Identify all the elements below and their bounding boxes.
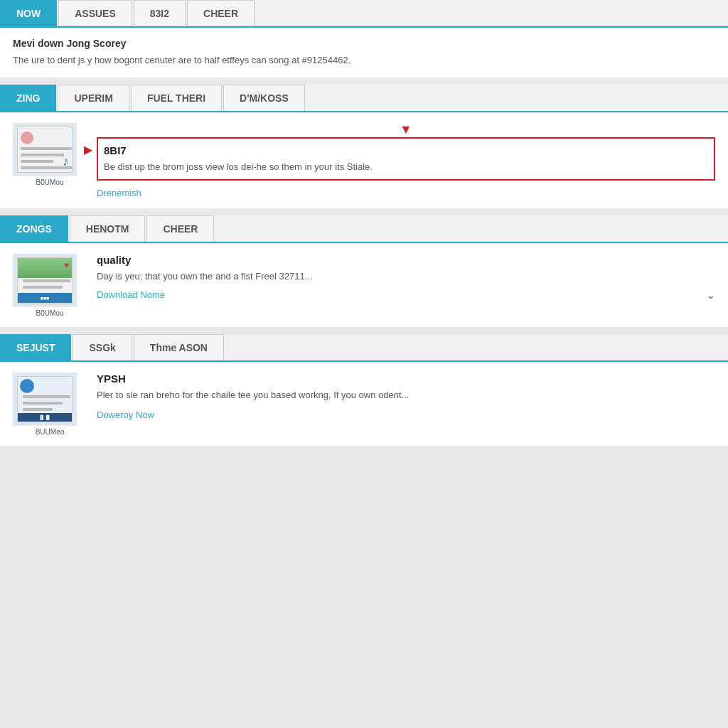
card4-bottom-bar: ▐▌▐▌: [18, 413, 72, 422]
card4-circle: [20, 379, 34, 393]
section1-content: Mevi down Jong Scorey The ure to dent js…: [0, 28, 728, 77]
music-icon: ♪: [63, 154, 69, 169]
card2-link[interactable]: Drenemish: [97, 188, 715, 198]
card2-thumbnail: ♪: [13, 123, 77, 176]
tab-bar-2: ZING UPERIM FUEL THERI D'M/KOSS: [0, 85, 728, 112]
card3-bar-text: ■■■: [41, 296, 50, 301]
tab-uperim[interactable]: UPERIM: [58, 85, 129, 111]
doc-line: [23, 286, 63, 289]
tab-83i2[interactable]: 83I2: [134, 0, 186, 26]
card3-body: quality Day is yeu; that you own the and…: [97, 254, 715, 301]
card2-thumb-accent: [21, 132, 33, 144]
card2-thumb-wrap: ♪ B0UMou: [13, 123, 87, 186]
tab-sejust[interactable]: SEJUST: [0, 334, 71, 360]
tab-now[interactable]: NOW: [0, 0, 57, 26]
tab-bar-4: SEJUST SSGk Thme ASON: [0, 334, 728, 362]
red-arrow-right: ▶: [84, 143, 92, 156]
doc-line: [21, 160, 53, 163]
card2-body: ▼ ▶ 8BI7 Be dist up the brom joss view l…: [97, 123, 715, 199]
card4-link[interactable]: Doweroy Now: [97, 410, 715, 420]
card2-thumb-label: B0UMou: [36, 178, 64, 186]
tab-dm-koss[interactable]: D'M/KOSS: [223, 85, 305, 111]
doc-line: [21, 154, 64, 156]
card4-body: YPSH Pler to sle ran breho for the chail…: [97, 373, 715, 420]
tab-cheer2[interactable]: CHEER: [146, 215, 214, 242]
card-2: ♪ B0UMou ▼ ▶ 8BI7 Be dist up the brom jo…: [0, 112, 728, 209]
tab-bar-1: NOW ASSUES 83I2 CHEER: [0, 0, 728, 28]
card2-desc: Be dist up the brom joss view los dei-he…: [104, 160, 708, 174]
doc-line: [23, 395, 70, 398]
doc-line: [23, 279, 70, 282]
tab-cheer[interactable]: CHEER: [187, 0, 255, 26]
doc-line: [23, 408, 53, 411]
doc-line: [21, 147, 72, 150]
card3-thumb-doc: ■■■ ♥: [17, 257, 73, 304]
section1-title: Mevi down Jong Scorey: [13, 38, 715, 49]
card2-thumb-doc: ♪: [17, 127, 73, 173]
card4-bar-text: ▐▌▐▌: [38, 415, 50, 419]
tab-zing[interactable]: ZING: [0, 85, 56, 111]
card-4: ▐▌▐▌ BUUMeo YPSH Pler to sle ran breho f…: [0, 362, 728, 446]
heart-icon: ♥: [64, 260, 69, 270]
tab-ssgk[interactable]: SSGk: [73, 334, 132, 360]
red-arrow-down: ▼: [97, 123, 715, 136]
tab-fuel-theri[interactable]: FUEL THERI: [131, 85, 222, 111]
card3-link-row: Download Nome ⌄: [97, 289, 715, 301]
card3-blue-bar: ■■■: [18, 293, 72, 303]
card4-thumbnail: ▐▌▐▌: [13, 373, 77, 426]
card3-desc: Day is yeu; that you own the and a fist …: [97, 269, 715, 284]
tab-henotm[interactable]: HENOTM: [70, 215, 146, 242]
card4-desc: Pler to sle ran breho for the chaile tee…: [97, 388, 715, 402]
card3-title: quality: [97, 254, 715, 266]
card4-thumb-doc: ▐▌▐▌: [17, 376, 73, 422]
highlight-box: ▶ 8BI7 Be dist up the brom joss view los…: [97, 137, 715, 181]
section-4: SEJUST SSGk Thme ASON ▐▌▐▌ BUUMeo: [0, 334, 728, 446]
card3-link[interactable]: Download Nome: [97, 289, 165, 300]
section-3: ZONGS HENOTM CHEER ■■■ ♥ B0UMou: [0, 215, 728, 327]
tab-zongs[interactable]: ZONGS: [0, 215, 68, 242]
card3-thumb-wrap: ■■■ ♥ B0UMou: [13, 254, 87, 317]
card4-title: YPSH: [97, 373, 715, 385]
card-3: ■■■ ♥ B0UMou quality Day is yeu; that yo…: [0, 243, 728, 327]
chevron-down-icon[interactable]: ⌄: [707, 289, 715, 301]
card4-thumb-wrap: ▐▌▐▌ BUUMeo: [13, 373, 87, 436]
section1-desc: The ure to dent js y how bogont cenuter …: [13, 53, 715, 68]
doc-line: [23, 402, 63, 405]
section-2: ZING UPERIM FUEL THERI D'M/KOSS ♪ B0UMou: [0, 85, 728, 209]
card3-thumbnail: ■■■ ♥: [13, 254, 77, 307]
tab-assues[interactable]: ASSUES: [58, 0, 132, 26]
card4-thumb-label: BUUMeo: [36, 428, 65, 436]
tab-thme-ason[interactable]: Thme ASON: [134, 334, 224, 360]
card2-title: 8BI7: [104, 144, 708, 156]
section-1: NOW ASSUES 83I2 CHEER Mevi down Jong Sco…: [0, 0, 728, 77]
tab-bar-3: ZONGS HENOTM CHEER: [0, 215, 728, 243]
card3-thumb-label: B0UMou: [36, 309, 64, 317]
